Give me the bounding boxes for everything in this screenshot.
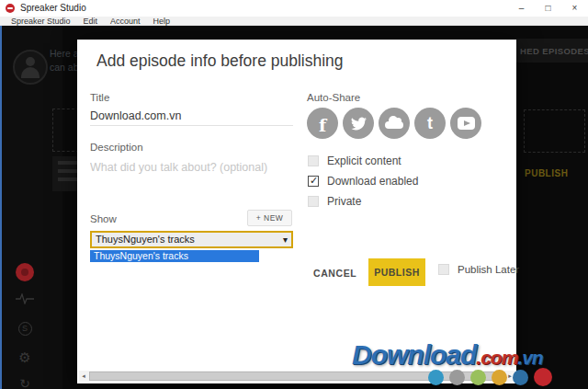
window-controls: – □ ×: [508, 0, 588, 17]
title-input[interactable]: [90, 106, 293, 126]
auto-share-label: Auto-Share: [307, 92, 360, 103]
app-logo-icon: [6, 4, 15, 13]
private-row: ✓ Private: [308, 194, 361, 209]
menu-bar: Spreaker Studio Edit Account Help: [0, 17, 588, 26]
watermark-dots: [428, 368, 552, 386]
publish-button[interactable]: PUBLISH: [368, 258, 425, 286]
window-edge-border: [0, 26, 2, 389]
background-greeting-fragment-2: can ab: [50, 62, 79, 73]
record-button[interactable]: [16, 263, 34, 281]
menu-edit[interactable]: Edit: [77, 17, 105, 26]
description-input[interactable]: [90, 157, 293, 177]
title-label: Title: [90, 92, 109, 103]
publish-later-label: Publish Later: [458, 264, 519, 275]
minimize-button[interactable]: –: [508, 0, 535, 17]
maximize-button[interactable]: □: [535, 0, 561, 17]
facebook-icon[interactable]: f: [307, 108, 338, 139]
publish-dialog: Add episode info before publishing Title…: [77, 40, 516, 383]
user-avatar[interactable]: [13, 50, 48, 85]
download-enabled-label: Download enabled: [327, 175, 418, 188]
download-enabled-row: ✓ Download enabled: [308, 174, 418, 189]
window-title: Spreaker Studio: [20, 3, 86, 13]
background-publish-button: PUBLISH: [525, 168, 568, 178]
show-option-highlighted[interactable]: ThuysNguyen's tracks: [90, 250, 259, 262]
publish-later-row: ✓ Publish Later: [438, 264, 519, 275]
explicit-content-label: Explicit content: [327, 154, 401, 167]
settings-gear-icon[interactable]: ⚙: [16, 349, 34, 367]
download-watermark: Download.com.vn: [352, 339, 543, 371]
background-dashed-card-right: [524, 109, 585, 153]
download-enabled-checkbox[interactable]: ✓: [308, 176, 319, 187]
private-checkbox[interactable]: ✓: [308, 196, 319, 207]
sync-icon[interactable]: ↻: [16, 374, 34, 389]
title-bar: Spreaker Studio – □ ×: [0, 0, 588, 17]
menu-account[interactable]: Account: [104, 17, 147, 26]
menu-spreaker-studio[interactable]: Spreaker Studio: [5, 17, 77, 26]
published-episodes-tab: HED EPISODES: [516, 39, 588, 63]
show-select[interactable]: ThuysNguyen's tracks ▾: [90, 231, 293, 248]
show-select-value: ThuysNguyen's tracks: [96, 234, 195, 245]
spreaker-logo-icon[interactable]: S: [16, 320, 34, 338]
private-label: Private: [327, 195, 361, 208]
new-show-button[interactable]: + NEW: [247, 210, 292, 226]
background-greeting-fragment-1: Here a: [50, 48, 79, 59]
show-label: Show: [90, 213, 117, 224]
twitter-icon[interactable]: [343, 108, 374, 139]
dialog-title: Add episode info before publishing: [96, 51, 344, 71]
auto-share-icons: f t: [307, 108, 481, 139]
menu-help[interactable]: Help: [147, 17, 177, 26]
chevron-down-icon: ▾: [283, 233, 288, 246]
explicit-content-row: ✓ Explicit content: [308, 154, 401, 168]
sidebar: S ⚙ ↻: [2, 26, 62, 389]
app-window: Spreaker Studio – □ × Spreaker Studio Ed…: [0, 0, 588, 389]
waveform-icon[interactable]: [16, 291, 34, 309]
soundcloud-icon[interactable]: [379, 108, 410, 139]
youtube-icon[interactable]: [450, 108, 481, 139]
description-label: Description: [90, 142, 143, 153]
cancel-button[interactable]: CANCEL: [313, 268, 356, 279]
scroll-left-arrow-icon[interactable]: ◂: [79, 371, 88, 382]
published-episodes-label: HED EPISODES: [520, 46, 588, 56]
publish-later-checkbox[interactable]: ✓: [438, 264, 449, 275]
app-content: S ⚙ ↻ Here a can ab HED EPISODES PUBLISH…: [0, 26, 588, 389]
explicit-content-checkbox[interactable]: ✓: [308, 155, 319, 166]
tumblr-icon[interactable]: t: [414, 108, 446, 139]
close-button[interactable]: ×: [561, 0, 588, 17]
